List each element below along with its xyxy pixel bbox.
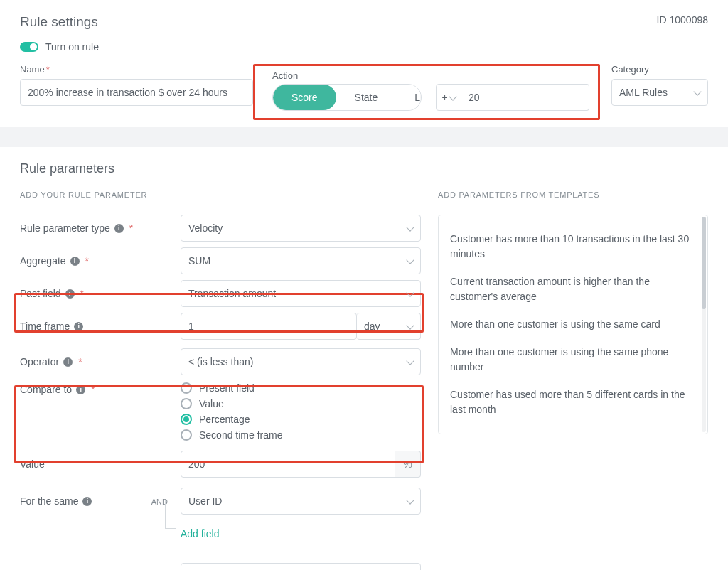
name-input[interactable]: 200% increase in transaction $ over 24 h… <box>20 79 253 106</box>
chevron-down-icon <box>406 321 414 329</box>
info-icon[interactable]: i <box>65 289 75 299</box>
radio-label: Second time frame <box>199 429 283 441</box>
value-input[interactable]: 200 <box>181 451 395 478</box>
category-label: Category <box>611 64 708 75</box>
template-item[interactable]: Customer has used more than 5 different … <box>450 381 696 424</box>
chevron-down-icon <box>406 223 414 231</box>
count-current-select[interactable]: Yes - include current <box>181 563 421 570</box>
template-item[interactable]: More than one customer is using the same… <box>450 338 696 381</box>
chevron-down-icon <box>449 92 456 100</box>
time-frame-label: Time frame i <box>20 321 181 332</box>
scrollbar-thumb[interactable] <box>702 217 706 309</box>
compare-to-label: Compare to i * <box>20 381 181 395</box>
info-icon[interactable]: i <box>82 497 92 506</box>
radio-percentage[interactable]: Percentage <box>181 414 421 425</box>
action-label: Action <box>272 70 589 81</box>
tab-score[interactable]: Score <box>273 85 336 110</box>
add-field-link[interactable]: Add field <box>181 528 219 539</box>
value-label: Value <box>20 458 181 470</box>
templates-list: Customer has more than 10 transactions i… <box>438 215 708 434</box>
chevron-down-icon <box>406 496 414 504</box>
tab-state[interactable]: State <box>336 85 397 110</box>
toggle-label: Turn on rule <box>46 41 99 53</box>
radio-second-time-frame[interactable]: Second time frame <box>181 429 421 441</box>
radio-label: Percentage <box>199 414 250 425</box>
past-field-label: Past field i * <box>20 288 181 299</box>
radio-label: Present field <box>199 382 255 394</box>
operator-select[interactable]: < (is less than) <box>181 348 421 375</box>
templates-heading: Add parameters from templates <box>438 190 708 199</box>
radio-present-field[interactable]: Present field <box>181 382 421 394</box>
page-title: Rule settings <box>20 14 98 30</box>
turn-on-rule-toggle[interactable] <box>20 42 38 52</box>
add-parameter-heading: Add your rule parameter <box>20 190 421 199</box>
aggregate-select[interactable]: SUM <box>181 247 421 274</box>
score-value-input[interactable]: 20 <box>461 84 589 111</box>
rule-id: ID 1000098 <box>657 14 708 26</box>
info-icon[interactable]: i <box>76 385 85 394</box>
chevron-down-icon <box>406 357 414 365</box>
past-field-select[interactable]: Transaction amount <box>181 280 421 307</box>
for-the-same-label: For the same i AND <box>20 495 181 507</box>
template-item[interactable]: More than one customer is using the same… <box>450 311 696 338</box>
info-icon[interactable]: i <box>74 322 83 331</box>
name-label: Name* <box>20 64 253 75</box>
category-select[interactable]: AML Rules <box>611 79 708 106</box>
rule-parameters-title: Rule parameters <box>20 161 708 176</box>
tab-list[interactable]: List <box>396 85 422 110</box>
info-icon[interactable]: i <box>63 357 73 367</box>
time-frame-unit-select[interactable]: day <box>357 313 421 340</box>
radio-value[interactable]: Value <box>181 398 421 409</box>
template-item[interactable]: Customer has more than 10 transactions i… <box>450 225 696 268</box>
info-icon[interactable]: i <box>114 224 124 233</box>
operator-label: Operator i * <box>20 356 181 367</box>
chevron-down-icon <box>406 289 414 296</box>
radio-label: Value <box>199 398 224 409</box>
parameter-type-select[interactable]: Velocity <box>181 215 421 242</box>
chevron-down-icon <box>693 87 701 95</box>
aggregate-label: Aggregate i * <box>20 255 181 267</box>
template-item[interactable]: Current transaction amount is higher tha… <box>450 268 696 311</box>
time-frame-input[interactable]: 1 <box>181 313 357 340</box>
score-operator-select[interactable]: + <box>436 84 461 111</box>
percent-suffix: % <box>395 451 421 478</box>
type-label: Rule parameter type i * <box>20 222 181 234</box>
chevron-down-icon <box>406 256 414 264</box>
for-same-select[interactable]: User ID <box>181 488 421 515</box>
info-icon[interactable]: i <box>70 257 80 266</box>
action-tabs: Score State List <box>272 84 422 111</box>
